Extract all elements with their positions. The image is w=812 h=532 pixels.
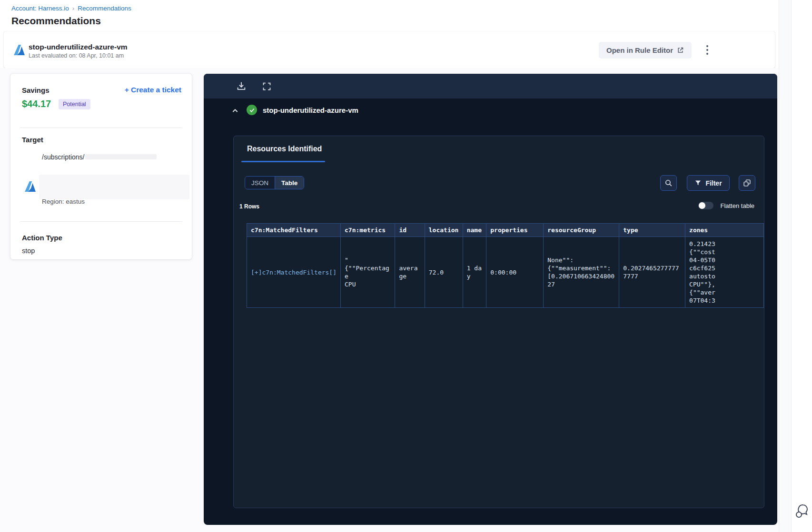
redacted-subscription-id	[85, 154, 157, 159]
flatten-table-toggle[interactable]	[698, 202, 713, 209]
download-button[interactable]	[236, 81, 247, 91]
download-icon	[236, 81, 247, 91]
column-header-c7n-metrics: c7n:metrics	[341, 224, 395, 237]
action-type-value: stop	[22, 247, 35, 255]
top-bar: Account: Harness.io›Recommendations Reco…	[0, 0, 779, 31]
create-ticket-button[interactable]: + Create a ticket	[125, 86, 181, 94]
search-icon	[664, 179, 673, 187]
potential-badge: Potential	[59, 99, 90, 109]
table-cell-location: 72.0	[425, 237, 463, 308]
column-header-properties: properties	[486, 224, 544, 237]
resources-panel: Resources Identified JSON Table Filter 1…	[233, 136, 764, 508]
action-type-label: Action Type	[22, 234, 62, 242]
table-cell-c7n-metrics: " {""Percentage CPU	[341, 237, 395, 308]
filter-button[interactable]: Filter	[687, 175, 730, 191]
table-header-row: c7n:MatchedFiltersc7n:metricsidlocationn…	[247, 224, 764, 237]
savings-card: Savings + Create a ticket $44.17 Potenti…	[10, 74, 192, 259]
table-cell-zones: 0.21423 {""cost 04-05T0 c6cf625 autosto …	[685, 237, 764, 308]
recommendation-detail-page: Account: Harness.io›Recommendations Reco…	[0, 0, 812, 532]
column-header-c7n-matchedfilters: c7n:MatchedFilters	[247, 224, 341, 237]
target-path: /subscriptions/	[42, 153, 157, 161]
page-scrollbar[interactable]	[779, 0, 792, 532]
table-cell-properties: 0:00:00	[486, 237, 544, 308]
divider	[20, 128, 182, 128]
collapse-section-button[interactable]	[231, 107, 239, 115]
target-label: Target	[22, 136, 43, 144]
panel-toolbar	[204, 74, 777, 99]
savings-label: Savings	[22, 86, 50, 94]
copy-icon	[743, 179, 751, 187]
last-evaluated-text: Last evaluated on: 08 Apr, 10:01 am	[29, 52, 124, 59]
status-success-badge	[247, 105, 257, 115]
divider	[20, 221, 182, 222]
breadcrumb-recommendations-link[interactable]: Recommendations	[78, 5, 131, 12]
check-icon	[249, 107, 255, 113]
open-in-rule-editor-label: Open in Rule Editor	[606, 46, 673, 54]
help-chat-button[interactable]	[794, 502, 811, 520]
external-link-icon	[677, 47, 684, 54]
filter-label: Filter	[705, 179, 722, 187]
tab-resources-identified[interactable]: Resources Identified	[247, 145, 322, 153]
more-options-button[interactable]	[702, 42, 713, 58]
recommendation-header-card: stop-underutilized-azure-vm Last evaluat…	[4, 31, 775, 68]
open-in-rule-editor-button[interactable]: Open in Rule Editor	[599, 42, 692, 59]
fullscreen-button[interactable]	[262, 81, 272, 91]
savings-amount: $44.17	[22, 99, 51, 109]
view-json-button[interactable]: JSON	[245, 177, 275, 189]
filter-funnel-icon	[694, 179, 702, 187]
table-cell-resourcegroup: None"": {""measurement"": [0.20671066342…	[544, 237, 619, 308]
view-mode-toggle: JSON Table	[245, 176, 304, 189]
column-header-resourcegroup: resourceGroup	[544, 224, 619, 237]
breadcrumb: Account: Harness.io›Recommendations	[11, 5, 131, 12]
search-button[interactable]	[660, 175, 677, 191]
chevron-up-icon	[231, 107, 239, 115]
column-header-name: name	[463, 224, 486, 237]
fullscreen-icon	[262, 81, 272, 91]
resources-table: c7n:MatchedFiltersc7n:metricsidlocationn…	[247, 223, 764, 308]
table-cell-name: 1 day	[463, 237, 486, 308]
active-tab-underline	[241, 161, 325, 162]
target-region: Region: eastus	[42, 198, 85, 205]
page-title: Recommendations	[11, 15, 101, 27]
redacted-resource-block	[39, 175, 189, 199]
column-header-id: id	[395, 224, 425, 237]
column-header-type: type	[619, 224, 685, 237]
matched-filters-expand-link[interactable]: [+]c7n:MatchedFilters[]	[247, 237, 341, 308]
panel-rule-title: stop-underutilized-azure-vm	[263, 106, 358, 114]
breadcrumb-separator: ›	[72, 5, 75, 12]
table-cell-type: 0.20274652777777777	[619, 237, 685, 308]
view-table-button[interactable]: Table	[275, 177, 304, 189]
rows-count: 1 Rows	[239, 203, 259, 210]
flatten-table-label: Flatten table	[720, 202, 754, 209]
azure-icon	[24, 180, 36, 193]
breadcrumb-account-link[interactable]: Account: Harness.io	[11, 5, 69, 12]
azure-icon	[13, 44, 25, 56]
column-header-zones: zones	[685, 224, 764, 237]
flatten-table-control: Flatten table	[698, 202, 754, 209]
copy-button[interactable]	[739, 175, 755, 191]
column-header-location: location	[425, 224, 463, 237]
table-cell-id: average	[395, 237, 425, 308]
chat-feedback-icon	[794, 503, 810, 519]
table-row: [+]c7n:MatchedFilters[]" {""Percentage C…	[247, 237, 764, 308]
evaluation-result-panel: stop-underutilized-azure-vm Resources Id…	[204, 74, 777, 525]
recommendation-title: stop-underutilized-azure-vm	[29, 43, 128, 51]
